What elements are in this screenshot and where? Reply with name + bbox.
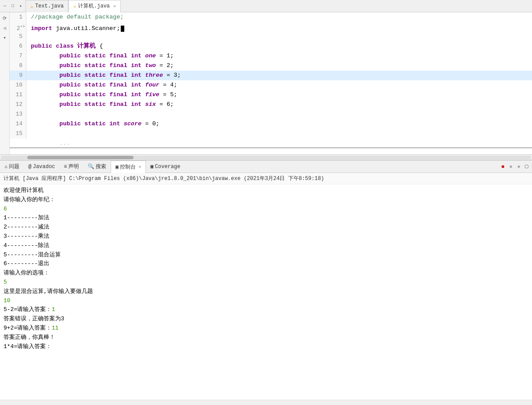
search-label: 搜索 xyxy=(96,163,106,170)
bottom-panel: ⚠ 问题 @ Javadoc ≡ 声明 🔍 搜索 ▣ 控制台 ✕ ▣ Cover… xyxy=(0,160,532,405)
line-num-14: 14 xyxy=(10,119,26,129)
sidebar-icon-3[interactable]: ▾ xyxy=(1,34,9,41)
code-line-partial: 16 ... xyxy=(10,139,532,148)
coverage-label: Coverage xyxy=(155,164,181,170)
java-icon: ☕ xyxy=(30,4,33,9)
tab-console[interactable]: ▣ 控制台 ✕ xyxy=(111,161,146,173)
bottom-tab-bar: ⚠ 问题 @ Javadoc ≡ 声明 🔍 搜索 ▣ 控制台 ✕ ▣ Cover… xyxy=(0,161,532,173)
tab-coverage[interactable]: ▣ Coverage xyxy=(146,161,185,173)
terminate-btn[interactable]: ✕ xyxy=(507,163,514,170)
code-line-12: 12 public static final int six = 6; xyxy=(10,100,532,109)
sidebar-icon-1[interactable]: ⟳ xyxy=(1,14,9,22)
line-num-15: 15 xyxy=(10,129,26,139)
console-line-menu-4: 4---------除法 xyxy=(4,241,528,251)
code-line-10: 10 public static final int four = 4; xyxy=(10,80,532,90)
javadoc-icon: @ xyxy=(28,164,31,170)
console-line-menu-1: 1---------加法 xyxy=(4,214,528,223)
editor-tab-bar: — □ ▾ ☕ Text.java ☕ 计算机.java ✕ xyxy=(0,0,532,12)
maximize-btn[interactable]: □ xyxy=(10,3,16,9)
console-line-mixed-prompt: 这里是混合运算,请你输入要做几题 xyxy=(4,287,528,296)
code-lines: 1 //package default package; 2+ import j… xyxy=(10,12,532,148)
code-line-14: 14 public static int score = 0; xyxy=(10,119,532,129)
console-line-age-prompt: 请你输入你的年纪： xyxy=(4,195,528,205)
code-editor[interactable]: 1 //package default package; 2+ import j… xyxy=(10,12,532,154)
scroll-lock-btn[interactable]: ⬡ xyxy=(523,163,530,170)
tab-text-java[interactable]: ☕ Text.java xyxy=(26,0,68,12)
code-line-6: 6 public class 计算机 { xyxy=(10,41,532,51)
code-line-15: 15 xyxy=(10,129,532,139)
line-content-7: public static final int one = 1; xyxy=(26,51,174,61)
code-line-1: 1 //package default package; xyxy=(10,12,532,22)
console-line-welcome: 欢迎使用计算机 xyxy=(4,186,528,195)
close-tab-btn[interactable]: ✕ xyxy=(113,4,116,9)
line-num-1: 1 xyxy=(10,12,26,22)
line-num-12: 12 xyxy=(10,100,26,109)
tab-search[interactable]: 🔍 搜索 xyxy=(83,161,111,173)
tab-javadoc[interactable]: @ Javadoc xyxy=(24,161,60,173)
console-hscroll[interactable] xyxy=(0,400,532,405)
code-line-8: 8 public static final int two = 2; xyxy=(10,61,532,71)
line-content-14: public static int score = 0; xyxy=(26,119,160,129)
search-icon: 🔍 xyxy=(88,163,94,170)
line-content-6: public class 计算机 { xyxy=(26,41,103,51)
editor-left-sidebar: ⟳ ◁ ▾ xyxy=(0,12,10,154)
close-console-btn[interactable]: ✕ xyxy=(138,164,141,169)
console-label: 控制台 xyxy=(120,163,136,171)
code-line-7: 7 public static final int one = 1; xyxy=(10,51,532,61)
declaration-label: 声明 xyxy=(68,163,79,170)
console-line-menu-2: 2---------减法 xyxy=(4,223,528,232)
editor-hscroll[interactable] xyxy=(0,154,532,160)
line-content-9: public static final int three = 3; xyxy=(26,71,181,80)
line-content-12: public static final int six = 6; xyxy=(26,100,174,109)
code-line-11: 11 public static final int five = 5; xyxy=(10,90,532,100)
declaration-icon: ≡ xyxy=(64,164,67,170)
tab-declaration[interactable]: ≡ 声明 xyxy=(60,161,83,173)
line-num-8: 8 xyxy=(10,61,26,71)
line-num-6: 6 xyxy=(10,41,26,51)
console-line-count-input: 10 xyxy=(4,296,528,306)
console-line-choice-input: 5 xyxy=(4,278,528,287)
line-num-11: 11 xyxy=(10,90,26,100)
hscroll-track[interactable] xyxy=(1,156,531,159)
console-line-choice-prompt: 请输入你的选项： xyxy=(4,269,528,278)
line-num-9: 9 xyxy=(10,71,26,80)
tab-calc-java[interactable]: ☕ 计算机.java ✕ xyxy=(68,0,121,12)
clear-btn[interactable]: ✕ xyxy=(515,163,522,170)
console-line-age-input: 6 xyxy=(4,205,528,214)
view-menu-btn[interactable]: ▾ xyxy=(18,3,24,9)
line-num-7: 7 xyxy=(10,51,26,61)
line-num-10: 10 xyxy=(10,80,26,90)
line-num-13: 13 xyxy=(10,109,26,119)
console-body[interactable]: 欢迎使用计算机 请你输入你的年纪： 6 1---------加法 2------… xyxy=(0,184,532,400)
code-line-2: 2+ import java.util.Scanner; xyxy=(10,22,532,32)
editor-body: ⟳ ◁ ▾ 1 //package default package; 2+ im… xyxy=(0,12,532,154)
console-line-menu-6: 6---------退出 xyxy=(4,259,528,269)
tab-label: Text.java xyxy=(35,3,64,9)
stop-btn[interactable]: ■ xyxy=(499,163,506,170)
line-content-1: //package default package; xyxy=(26,12,124,22)
console-line-menu-5: 5---------混合运算 xyxy=(4,251,528,260)
console-line-menu-3: 3---------乘法 xyxy=(4,232,528,241)
console-line-a1: 答案错误，正确答案为3 xyxy=(4,315,528,324)
problems-label: 问题 xyxy=(9,163,19,170)
problems-icon: ⚠ xyxy=(4,163,7,170)
console-line-q1: 5-2=请输入答案：1 xyxy=(4,305,528,315)
console-line-a2: 答案正确，你真棒！ xyxy=(4,333,528,342)
code-line-9: 9 public static final int three = 3; xyxy=(10,71,532,80)
sidebar-icon-2[interactable]: ◁ xyxy=(1,24,9,32)
line-content-8: public static final int two = 2; xyxy=(26,61,174,71)
console-line-q2: 9+2=请输入答案：11 xyxy=(4,324,528,333)
console-header-text: 计算机 [Java 应用程序] C:\Program Files (x86)\J… xyxy=(4,176,324,182)
coverage-icon: ▣ xyxy=(150,163,153,170)
console-line-q3: 1*4=请输入答案： xyxy=(4,342,528,352)
minimize-btn[interactable]: — xyxy=(2,3,8,9)
javadoc-label: Javadoc xyxy=(33,164,55,170)
console-icon: ▣ xyxy=(115,164,119,170)
console-header: 计算机 [Java 应用程序] C:\Program Files (x86)\J… xyxy=(0,173,532,184)
line-content-11: public static final int five = 5; xyxy=(26,90,177,100)
tab-label-active: 计算机.java xyxy=(78,2,110,10)
tab-problems[interactable]: ⚠ 问题 xyxy=(0,161,24,173)
hscroll-thumb[interactable] xyxy=(27,156,134,159)
code-line-5: 5 xyxy=(10,32,532,41)
java-icon-2: ☕ xyxy=(73,3,76,9)
